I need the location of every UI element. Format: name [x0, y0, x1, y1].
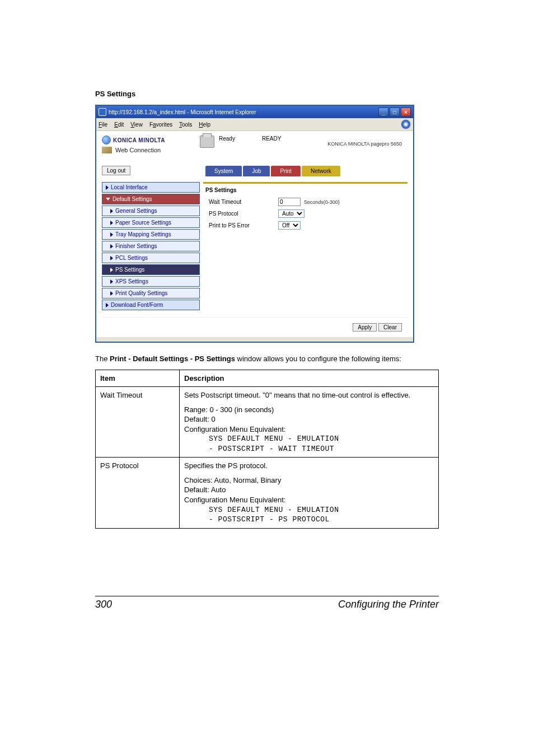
- wait-timeout-input[interactable]: [278, 198, 301, 206]
- wait-timeout-suffix: Seconds(0-300): [304, 199, 340, 205]
- pagescope-icon: [102, 147, 112, 153]
- chevron-right-icon: [110, 244, 113, 249]
- chevron-right-icon: [110, 268, 113, 272]
- sidebar-item-default-settings[interactable]: Default Settings: [102, 194, 200, 204]
- th-item: Item: [96, 370, 180, 387]
- print-ps-error-select[interactable]: Off: [278, 221, 301, 230]
- sidebar-item-download[interactable]: Download Font/Form: [102, 300, 200, 310]
- chevron-right-icon: [110, 209, 113, 213]
- titlebar: http://192.168.1.2/a_index.html - Micros…: [96, 106, 413, 118]
- chevron-right-icon: [110, 256, 113, 260]
- settings-panel: PS Settings Wait Timeout Seconds(0-300) …: [203, 182, 407, 311]
- chevron-right-icon: [110, 279, 113, 284]
- cell-item: PS Protocol: [96, 458, 180, 528]
- km-globe-icon: [102, 136, 111, 144]
- chevron-right-icon: [110, 221, 113, 225]
- maximize-button[interactable]: □: [390, 108, 400, 116]
- tab-system[interactable]: System: [205, 166, 242, 176]
- cell-desc: Specifies the PS protocol. Choices: Auto…: [180, 458, 439, 528]
- settings-table: Item Description Wait Timeout Sets Posts…: [95, 370, 439, 529]
- ps-protocol-select[interactable]: Auto: [278, 209, 305, 218]
- ie-logo-icon: [401, 119, 411, 129]
- tab-print[interactable]: Print: [271, 166, 301, 176]
- table-row: Wait Timeout Sets Postscript timeout. "0…: [96, 387, 439, 458]
- cell-item: Wait Timeout: [96, 387, 180, 458]
- panel-title: PS Settings: [205, 187, 405, 193]
- chevron-down-icon: [106, 198, 110, 200]
- sidebar-item-xps[interactable]: XPS Settings: [102, 276, 200, 287]
- apply-button[interactable]: [353, 323, 377, 332]
- wait-timeout-label: Wait Timeout: [205, 199, 278, 205]
- menu-help[interactable]: Help: [199, 122, 210, 128]
- tab-network[interactable]: Network: [302, 166, 340, 176]
- tab-job[interactable]: Job: [243, 166, 270, 176]
- menubar: File Edit View Favorites Tools Help: [96, 118, 413, 131]
- table-row: PS Protocol Specifies the PS protocol. C…: [96, 458, 439, 528]
- sidebar-item-ps[interactable]: PS Settings: [102, 264, 200, 275]
- tabs: System Job Print Network: [205, 166, 407, 176]
- page-number: 300: [95, 599, 112, 610]
- minimize-button[interactable]: _: [378, 108, 388, 116]
- menu-tools[interactable]: Tools: [179, 122, 192, 128]
- logout-button[interactable]: Log out: [102, 166, 130, 175]
- web-connection-label: Web Connection: [115, 147, 161, 153]
- chevron-right-icon: [106, 185, 109, 190]
- footer-title: Configuring the Printer: [338, 599, 439, 610]
- close-button[interactable]: ×: [401, 108, 411, 116]
- brand-label: KONICA MINOLTA: [113, 137, 165, 143]
- clear-button[interactable]: [378, 323, 402, 332]
- sidebar-item-pcl[interactable]: PCL Settings: [102, 253, 200, 263]
- window-buttons: _ □ ×: [378, 108, 411, 116]
- menu-edit[interactable]: Edit: [114, 122, 124, 128]
- printer-status-icon: [200, 136, 214, 148]
- chevron-right-icon: [110, 232, 113, 237]
- page-footer: 300 Configuring the Printer: [95, 596, 439, 610]
- panel-buttons: [102, 317, 407, 337]
- ie-page-icon: [99, 108, 106, 116]
- status-short: Ready: [219, 136, 235, 142]
- sidebar-item-tray-mapping[interactable]: Tray Mapping Settings: [102, 229, 200, 240]
- printer-model: KONICA MINOLTA pagepro 5650: [327, 141, 402, 147]
- print-ps-error-label: Print to PS Error: [205, 222, 278, 228]
- sidebar-item-paper-source[interactable]: Paper Source Settings: [102, 217, 200, 228]
- window-title: http://192.168.1.2/a_index.html - Micros…: [109, 109, 256, 115]
- menu-favorites[interactable]: Favorites: [149, 122, 172, 128]
- ps-protocol-label: PS Protocol: [205, 211, 278, 217]
- chevron-right-icon: [106, 303, 109, 307]
- sidebar-item-general[interactable]: General Settings: [102, 206, 200, 216]
- menu-file[interactable]: File: [99, 122, 107, 128]
- status-big: READY: [262, 136, 281, 142]
- section-heading: PS Settings: [95, 90, 439, 98]
- sidebar-item-local-interface[interactable]: Local Interface: [102, 182, 200, 193]
- menu-view[interactable]: View: [130, 122, 143, 128]
- sidebar-item-finisher[interactable]: Finisher Settings: [102, 241, 200, 251]
- intro-text: The Print - Default Settings - PS Settin…: [95, 354, 439, 364]
- cell-desc: Sets Postscript timeout. "0" means that …: [180, 387, 439, 458]
- sidebar-item-print-quality[interactable]: Print Quality Settings: [102, 288, 200, 298]
- th-desc: Description: [180, 370, 439, 387]
- chevron-right-icon: [110, 291, 113, 296]
- sidebar: Local Interface Default Settings General…: [102, 182, 200, 311]
- browser-window: http://192.168.1.2/a_index.html - Micros…: [95, 105, 414, 343]
